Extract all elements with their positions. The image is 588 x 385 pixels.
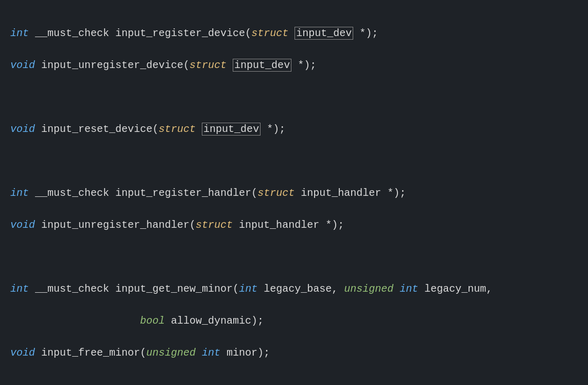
func-name-7: input_free_minor( (41, 347, 146, 359)
keyword-struct-3: struct (159, 123, 196, 135)
keyword-unsigned-2: unsigned (146, 347, 196, 359)
punct-1: *); (353, 27, 378, 39)
keyword-int-3: int (10, 283, 29, 295)
line-4: void input_reset_device(struct input_dev… (10, 121, 578, 137)
line-5 (10, 153, 578, 169)
fname-6d: allow_dynamic); (165, 315, 264, 327)
keyword-void-4: void (10, 347, 35, 359)
func-name-6: input_get_new_minor( (115, 283, 239, 295)
func-name-3: input_reset_device( (41, 123, 159, 135)
fname-7b: minor); (220, 347, 270, 359)
line-12 (10, 377, 578, 385)
keyword-struct-4: struct (257, 187, 295, 199)
keyword-bool-1: bool (140, 315, 165, 327)
line-3 (10, 89, 578, 105)
keyword-int-5: int (393, 283, 418, 295)
must-check-2: __must_check (35, 187, 109, 199)
must-check-1: __must_check (35, 27, 109, 39)
line-8 (10, 249, 578, 265)
keyword-int-4: int (239, 283, 257, 295)
punct-2: *); (291, 59, 316, 71)
fname-6c: legacy_num, (418, 283, 492, 295)
line-9: int __must_check input_get_new_minor(int… (10, 281, 578, 297)
punct-3: *); (261, 123, 285, 135)
indent-1 (10, 315, 140, 327)
func-name-5: input_unregister_handler( (41, 219, 196, 231)
keyword-struct-2: struct (189, 59, 227, 71)
line-2: void input_unregister_device(struct inpu… (10, 57, 578, 73)
keyword-void-2: void (10, 123, 35, 135)
keyword-struct-1: struct (251, 27, 288, 39)
line-10: bool allow_dynamic); (10, 313, 578, 329)
line-11: void input_free_minor(unsigned int minor… (10, 345, 578, 361)
keyword-int-1: int (10, 27, 29, 39)
func-name-1: input_register_device( (115, 27, 251, 39)
keyword-int-6: int (196, 347, 220, 359)
keyword-void-3: void (10, 219, 35, 231)
fname-6b: legacy_base, (257, 283, 344, 295)
keyword-struct-5: struct (196, 219, 233, 231)
keyword-int-2: int (10, 187, 29, 199)
type-input-dev-3: input_dev (202, 123, 261, 136)
keyword-void-1: void (10, 59, 35, 71)
keyword-unsigned-1: unsigned (344, 283, 393, 295)
line-7: void input_unregister_handler(struct inp… (10, 217, 578, 233)
code-display: int __must_check input_register_device(s… (10, 9, 578, 385)
fname-5b: input_handler *); (233, 219, 344, 231)
func-name-2: input_unregister_device( (41, 59, 189, 71)
fname-4b: input_handler *); (295, 187, 406, 199)
func-name-4: input_register_handler( (115, 187, 257, 199)
must-check-3: __must_check (35, 283, 109, 295)
line-6: int __must_check input_register_handler(… (10, 185, 578, 201)
type-input-dev-1: input_dev (295, 27, 353, 40)
line-1: int __must_check input_register_device(s… (10, 25, 578, 41)
type-input-dev-2: input_dev (233, 59, 291, 72)
